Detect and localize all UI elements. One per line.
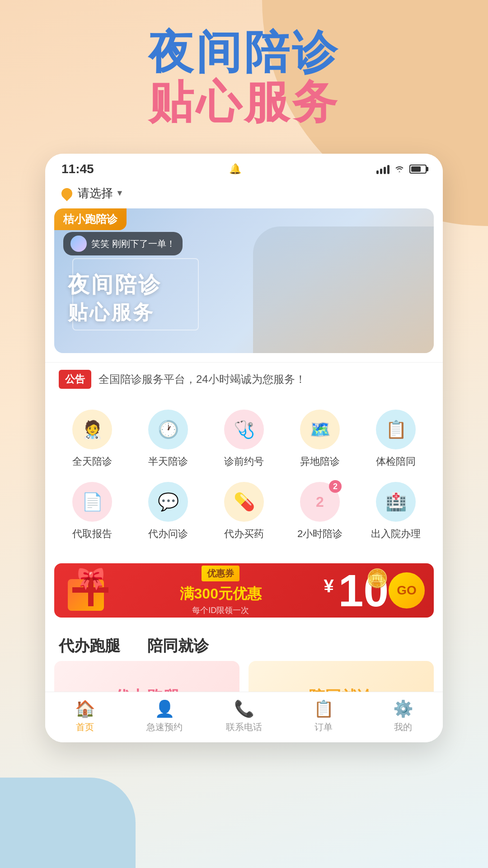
booking-icon: 👤 bbox=[155, 699, 175, 718]
service-label-chuyuan: 出入院办理 bbox=[371, 527, 421, 541]
battery-fill bbox=[411, 166, 421, 172]
badge-number: 2 bbox=[329, 480, 342, 493]
coupon-go-button[interactable]: GO bbox=[389, 572, 425, 609]
service-item-tijian[interactable]: 📋 体检陪同 bbox=[358, 410, 434, 468]
service-icon-maiyao: 💊 bbox=[224, 482, 264, 522]
banner-notification: 笑笑 刚刚下了一单！ bbox=[63, 232, 183, 255]
phone-icon: 📞 bbox=[234, 699, 254, 718]
coupon-currency: ¥ bbox=[324, 576, 334, 596]
status-time: 11:45 bbox=[61, 162, 94, 176]
nav-item-home[interactable]: 🏠 首页 bbox=[45, 699, 125, 733]
home-icon: 🏠 bbox=[75, 699, 95, 718]
nav-item-orders[interactable]: 📋 订单 bbox=[284, 699, 363, 733]
service-label-maiyao: 代办买药 bbox=[224, 527, 264, 541]
signal-bar-4 bbox=[387, 165, 389, 174]
nav-label-booking: 急速预约 bbox=[146, 721, 183, 733]
nav-item-phone[interactable]: 📞 联系电话 bbox=[204, 699, 284, 733]
notif-text: 笑笑 刚刚下了一单！ bbox=[91, 238, 175, 250]
wifi-icon bbox=[394, 164, 405, 175]
banner-card[interactable]: 桔小跑陪诊 笑笑 刚刚下了一单！ 夜间陪诊 贴心服务 bbox=[54, 208, 434, 353]
service-label-2hour: 2小时陪诊 bbox=[297, 527, 343, 541]
battery-icon bbox=[409, 165, 427, 174]
service-item-maiyao[interactable]: 💊 代办买药 bbox=[206, 482, 282, 541]
service-label-baogao: 代取报告 bbox=[72, 527, 112, 541]
hero-section: 夜间陪诊 贴心服务 bbox=[0, 27, 488, 127]
coupon-gift-graphic: 🎀 bbox=[63, 566, 117, 615]
banner-label: 桔小跑陪诊 bbox=[54, 208, 127, 230]
banner-hands-visual bbox=[253, 226, 434, 353]
service-item-wenzhen[interactable]: 💬 代办问诊 bbox=[130, 482, 206, 541]
coupon-tag: 优惠券 bbox=[202, 566, 239, 581]
service-item-2hour[interactable]: 2 2 2小时陪诊 bbox=[282, 482, 358, 541]
bg-shape-bottom-left bbox=[0, 778, 136, 868]
announcement-text: 全国陪诊服务平台，24小时竭诚为您服务！ bbox=[99, 372, 306, 387]
section-title-daiban: 代办跑腿 bbox=[59, 636, 120, 656]
signal-bar-3 bbox=[384, 167, 386, 174]
nav-label-orders: 订单 bbox=[314, 721, 333, 733]
service-icon-tijian: 📋 bbox=[376, 410, 416, 449]
service-item-bantian[interactable]: 🕐 半天陪诊 bbox=[130, 410, 206, 468]
notify-icon: 🔔 bbox=[229, 163, 241, 175]
coupon-amount-text: 满300元优惠 bbox=[180, 584, 262, 604]
banner-overlay-line1: 夜间陪诊 bbox=[68, 270, 162, 299]
nav-label-profile: 我的 bbox=[394, 721, 412, 733]
coupon-banner[interactable]: 🎀 优惠券 满300元优惠 每个ID限领一次 ¥ 10 🪙 GO bbox=[54, 563, 434, 618]
location-bar[interactable]: 请选择 ▼ bbox=[45, 181, 443, 208]
coupon-middle: 优惠券 满300元优惠 每个ID限领一次 bbox=[117, 566, 324, 616]
service-icon-bantian: 🕐 bbox=[148, 410, 188, 449]
phone-mockup: 11:45 🔔 请选择 ▼ 桔小跑陪诊 bbox=[45, 154, 443, 742]
location-pin-icon bbox=[59, 186, 75, 201]
signal-bar-2 bbox=[380, 169, 382, 174]
location-text: 请选择 bbox=[78, 185, 113, 201]
service-icon-baogao: 📄 bbox=[72, 482, 112, 522]
service-label-wenzhen: 代办问诊 bbox=[148, 527, 188, 541]
section-titles: 代办跑腿 陪同就诊 bbox=[45, 627, 443, 661]
signal-bars bbox=[376, 164, 389, 174]
service-icon-yidi: 🗺️ bbox=[300, 410, 340, 449]
service-item-yidi[interactable]: 🗺️ 异地陪诊 bbox=[282, 410, 358, 468]
profile-icon: ⚙️ bbox=[393, 699, 413, 718]
banner-text-overlay: 夜间陪诊 贴心服务 bbox=[68, 270, 162, 326]
notif-avatar bbox=[70, 236, 87, 252]
service-item-chuyuan[interactable]: 🏥 出入院办理 bbox=[358, 482, 434, 541]
service-label-quantian: 全天陪诊 bbox=[72, 455, 112, 468]
service-icon-wenzhen: 💬 bbox=[148, 482, 188, 522]
service-label-tijian: 体检陪同 bbox=[376, 455, 416, 468]
coupon-condition: 每个ID限领一次 bbox=[192, 605, 249, 616]
service-icon-yuehao: 🩺 bbox=[224, 410, 264, 449]
announcement-badge: 公告 bbox=[59, 370, 91, 389]
orders-icon: 📋 bbox=[314, 699, 334, 718]
service-label-yidi: 异地陪诊 bbox=[300, 455, 340, 468]
service-icon-2hour: 2 2 bbox=[300, 482, 340, 522]
nav-label-home: 首页 bbox=[76, 721, 94, 733]
service-icon-chuyuan: 🏥 bbox=[376, 482, 416, 522]
service-icon-quantian: 🧑‍⚕️ bbox=[72, 410, 112, 449]
location-arrow-icon: ▼ bbox=[116, 189, 124, 198]
service-grid: 🧑‍⚕️ 全天陪诊 🕐 半天陪诊 🩺 诊前约号 🗺️ 异地陪诊 📋 bbox=[45, 396, 443, 559]
status-icons bbox=[376, 164, 427, 175]
gift-bow-icon: 🎀 bbox=[77, 566, 105, 592]
gold-coins-icon: 🪙 bbox=[366, 568, 389, 589]
coupon-tag-text: 优惠券 bbox=[207, 567, 234, 580]
hero-line2: 贴心服务 bbox=[0, 77, 488, 127]
nav-item-booking[interactable]: 👤 急速预约 bbox=[125, 699, 204, 733]
hero-line1: 夜间陪诊 bbox=[0, 27, 488, 77]
service-item-quantian[interactable]: 🧑‍⚕️ 全天陪诊 bbox=[54, 410, 130, 468]
nav-label-phone: 联系电话 bbox=[226, 721, 262, 733]
bottom-nav: 🏠 首页 👤 急速预约 📞 联系电话 📋 订单 ⚙️ 我的 bbox=[45, 692, 443, 742]
service-item-yuehao[interactable]: 🩺 诊前约号 bbox=[206, 410, 282, 468]
nav-item-profile[interactable]: ⚙️ 我的 bbox=[363, 699, 443, 733]
banner-overlay-line2: 贴心服务 bbox=[68, 299, 162, 326]
service-label-bantian: 半天陪诊 bbox=[148, 455, 188, 468]
status-bar: 11:45 🔔 bbox=[45, 154, 443, 181]
service-item-baogao[interactable]: 📄 代取报告 bbox=[54, 482, 130, 541]
service-label-yuehao: 诊前约号 bbox=[224, 455, 264, 468]
announcement-bar: 公告 全国陪诊服务平台，24小时竭诚为您服务！ bbox=[45, 362, 443, 396]
section-title-peitong: 陪同就诊 bbox=[147, 636, 209, 656]
signal-bar-1 bbox=[376, 170, 379, 174]
